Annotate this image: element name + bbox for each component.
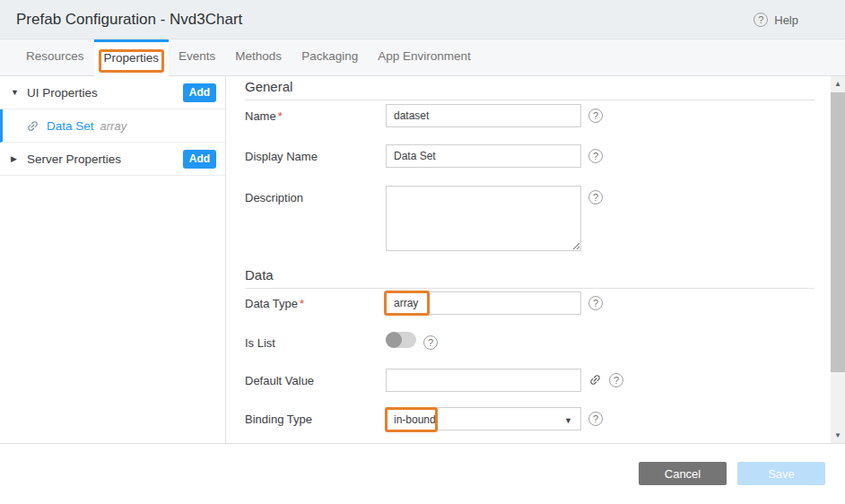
save-button[interactable]: Save [737, 462, 825, 485]
scrollbar-thumb[interactable] [831, 92, 845, 372]
add-ui-property-button[interactable]: Add [183, 83, 216, 102]
description-help-icon[interactable]: ? [588, 190, 603, 204]
chevron-down-icon: ▼ [11, 88, 23, 97]
data-type-input-wrap [386, 291, 581, 315]
is-list-field-row: Is List ? [245, 331, 438, 350]
tab-resources[interactable]: Resources [16, 39, 94, 76]
ui-properties-label: UI Properties [27, 86, 98, 100]
binding-type-label: Binding Type [245, 407, 386, 426]
display-name-label: Display Name [245, 144, 386, 163]
default-value-input[interactable] [386, 369, 581, 392]
display-name-input[interactable] [386, 144, 581, 168]
name-help-icon[interactable]: ? [588, 109, 603, 123]
dropdown-arrow-icon: ▼ [564, 416, 572, 425]
help-circle-icon: ? [754, 13, 768, 27]
required-asterisk: * [278, 109, 283, 123]
bind-link-icon[interactable] [588, 373, 602, 387]
tab-events[interactable]: Events [169, 39, 225, 76]
chevron-right-icon: ▶ [11, 154, 23, 163]
section-data-heading: Data [245, 267, 815, 289]
property-form: General Name* ? Display Name ? Descripti… [226, 76, 845, 444]
dialog-header: Prefab Configuration - Nvd3Chart ? Help [0, 0, 845, 39]
default-value-help-icon[interactable]: ? [609, 373, 623, 387]
toggle-knob [386, 332, 402, 348]
sidebar-item-dataset[interactable]: Data Set array [0, 109, 225, 143]
is-list-toggle[interactable] [386, 332, 416, 348]
ui-properties-group[interactable]: ▼ UI Properties Add [0, 76, 225, 109]
description-textarea[interactable] [386, 186, 581, 251]
dataset-item-type: array [100, 119, 127, 133]
data-type-input[interactable] [386, 291, 581, 315]
display-name-field-row: Display Name ? [245, 144, 603, 168]
form-scrollbar[interactable]: ▲ ▼ [831, 76, 845, 444]
server-properties-label: Server Properties [27, 152, 121, 166]
add-server-property-button[interactable]: Add [183, 150, 216, 169]
tab-methods[interactable]: Methods [225, 39, 292, 76]
footer-divider [0, 443, 845, 444]
is-list-help-icon[interactable]: ? [423, 335, 438, 350]
server-properties-group[interactable]: ▶ Server Properties Add [0, 143, 225, 176]
display-name-input-wrap [386, 144, 581, 168]
display-name-help-icon[interactable]: ? [588, 149, 603, 163]
tab-properties-label: Properties [104, 51, 160, 65]
properties-sidebar: ▼ UI Properties Add Data Set array ▶ Ser… [0, 76, 226, 444]
description-label: Description [245, 186, 386, 204]
section-general-heading: General [245, 79, 815, 100]
tab-app-environment[interactable]: App Environment [368, 39, 481, 76]
name-label: Name* [245, 104, 386, 123]
binding-type-select[interactable]: in-bound ▼ [386, 407, 581, 430]
scroll-down-icon[interactable]: ▼ [831, 429, 845, 443]
default-value-input-wrap [386, 369, 581, 392]
description-field-row: Description ? [245, 186, 603, 255]
default-value-label: Default Value [245, 369, 386, 387]
binding-type-help-icon[interactable]: ? [588, 412, 603, 426]
name-field-row: Name* ? [245, 104, 603, 127]
binding-type-field-row: Binding Type in-bound ▼ ? [245, 407, 603, 430]
tab-packaging[interactable]: Packaging [292, 39, 368, 76]
data-type-field-row: Data Type* ? [245, 291, 603, 315]
scroll-up-icon[interactable]: ▲ [831, 77, 845, 91]
help-label: Help [774, 13, 798, 27]
tab-bar: Resources Properties Events Methods Pack… [0, 39, 845, 76]
dataset-item-label: Data Set [47, 119, 94, 133]
default-value-field-row: Default Value ? [245, 369, 623, 392]
required-asterisk: * [300, 297, 304, 310]
is-list-label: Is List [245, 331, 386, 350]
prefab-configuration-dialog: Prefab Configuration - Nvd3Chart ? Help … [0, 0, 845, 504]
description-input-wrap [386, 186, 581, 255]
data-type-label: Data Type* [245, 291, 386, 310]
tab-properties[interactable]: Properties [94, 39, 170, 77]
data-type-help-icon[interactable]: ? [588, 296, 603, 310]
help-button[interactable]: ? Help [754, 13, 798, 27]
page-title: Prefab Configuration - Nvd3Chart [16, 0, 242, 39]
link-icon [26, 119, 39, 133]
binding-type-value: in-bound [394, 413, 436, 426]
cancel-button[interactable]: Cancel [639, 462, 727, 485]
name-input-wrap [386, 104, 581, 127]
name-input[interactable] [386, 104, 581, 127]
